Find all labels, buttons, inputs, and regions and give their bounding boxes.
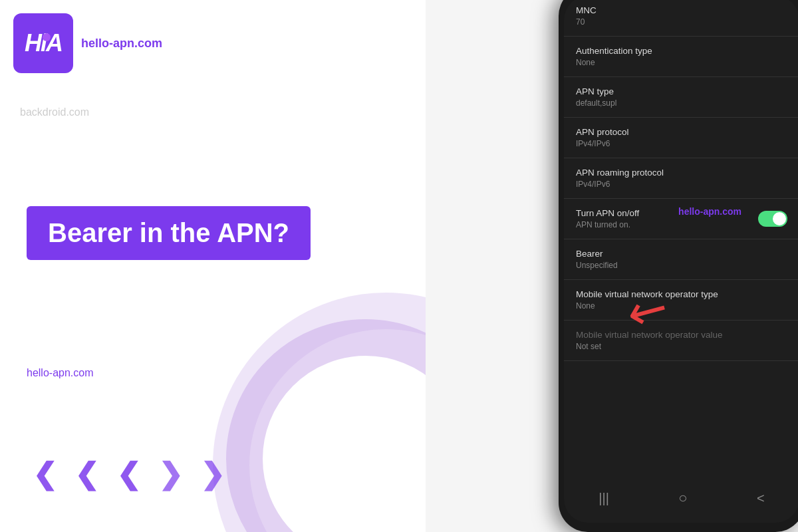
setting-apn-roaming-value: IPv4/IPv6 xyxy=(576,180,787,189)
headline-text: Bearer in the APN? xyxy=(48,218,289,247)
setting-mnc-value: 70 xyxy=(576,17,787,27)
purple-arc-decoration-2 xyxy=(213,293,452,532)
setting-mvno-type[interactable]: Mobile virtual network operator type Non… xyxy=(564,280,798,321)
setting-mvno-type-label: Mobile virtual network operator type xyxy=(576,289,787,299)
logo-dot xyxy=(43,33,51,41)
watermark-text: backdroid.com xyxy=(20,106,89,118)
apn-toggle-switch[interactable] xyxy=(758,211,787,227)
site-url-header: hello-apn.com xyxy=(81,37,162,51)
chevron-left-1: ❮ xyxy=(27,456,63,492)
setting-auth-type-value: None xyxy=(576,58,787,67)
setting-apn-onoff-value: APN turned on. xyxy=(576,220,639,229)
logo-area: HiA hello-apn.com xyxy=(13,13,162,73)
setting-auth-type[interactable]: Authentication type None xyxy=(564,37,798,77)
phone-screen: MNC 70 Authentication type None APN type… xyxy=(564,0,798,523)
bottom-nav-bar: ||| ○ < xyxy=(564,484,798,512)
setting-mnc[interactable]: MNC 70 xyxy=(564,0,798,37)
setting-apn-onoff-label: Turn APN on/off xyxy=(576,208,639,218)
phone-shell: MNC 70 Authentication type None APN type… xyxy=(559,0,798,532)
setting-apn-onoff[interactable]: Turn APN on/off APN turned on. xyxy=(564,199,798,239)
chevron-right-1: ❯ xyxy=(152,456,189,492)
setting-apn-onoff-text: Turn APN on/off APN turned on. xyxy=(576,208,639,229)
setting-bearer-label: Bearer xyxy=(576,249,787,259)
toggle-knob xyxy=(773,212,786,225)
setting-apn-protocol-value: IPv4/IPv6 xyxy=(576,139,787,148)
left-panel: HiA hello-apn.com backdroid.com Bearer i… xyxy=(0,0,452,532)
chevrons-decoration: ❮ ❮ ❮ ❯ ❯ xyxy=(27,456,231,492)
setting-mvno-value-val: Not set xyxy=(576,342,787,351)
logo-box: HiA xyxy=(13,13,73,73)
setting-mnc-label: MNC xyxy=(576,5,787,15)
nav-recent-icon[interactable]: ||| xyxy=(598,491,609,506)
chevron-left-2: ❮ xyxy=(68,456,105,492)
setting-mvno-value-label: Mobile virtual network operator value xyxy=(576,330,787,340)
setting-apn-roaming-label: APN roaming protocol xyxy=(576,168,787,178)
setting-auth-type-label: Authentication type xyxy=(576,46,787,56)
right-panel: MNC 70 Authentication type None APN type… xyxy=(426,0,798,532)
setting-apn-type-value: default,supl xyxy=(576,98,787,108)
settings-list: MNC 70 Authentication type None APN type… xyxy=(564,0,798,523)
setting-mvno-value[interactable]: Mobile virtual network operator value No… xyxy=(564,321,798,361)
headline-banner: Bearer in the APN? xyxy=(27,206,311,260)
setting-apn-roaming[interactable]: APN roaming protocol IPv4/IPv6 xyxy=(564,158,798,199)
phone-watermark: hello-apn.com xyxy=(678,206,741,217)
setting-apn-type-label: APN type xyxy=(576,86,787,96)
setting-bearer-value: Unspecified xyxy=(576,261,787,270)
bottom-url: hello-apn.com xyxy=(27,367,94,379)
chevron-right-2: ❯ xyxy=(194,456,231,492)
nav-back-icon[interactable]: < xyxy=(757,491,765,506)
chevron-left-3: ❮ xyxy=(110,456,147,492)
logo-letters: HiA xyxy=(25,29,62,57)
setting-apn-protocol-label: APN protocol xyxy=(576,127,787,137)
setting-apn-protocol[interactable]: APN protocol IPv4/IPv6 xyxy=(564,118,798,158)
setting-bearer[interactable]: Bearer Unspecified xyxy=(564,239,798,280)
setting-apn-type[interactable]: APN type default,supl xyxy=(564,77,798,118)
setting-mvno-type-value: None xyxy=(576,301,787,311)
nav-home-icon[interactable]: ○ xyxy=(678,489,687,507)
